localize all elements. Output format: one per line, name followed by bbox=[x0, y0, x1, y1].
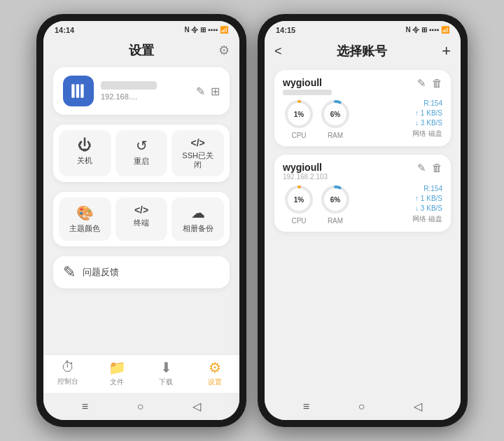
account-2-ram-label: RAM bbox=[328, 217, 343, 225]
account-2-actions: ✎ 🗑 bbox=[417, 162, 442, 174]
download-icon: ⬇ bbox=[160, 359, 172, 376]
account-1-ram-circle: 6% bbox=[319, 98, 351, 130]
restart-button[interactable]: ↺ 重启 bbox=[115, 130, 168, 176]
back-button[interactable]: ◁ bbox=[184, 397, 209, 416]
nav-console[interactable]: ⏱ 控制台 bbox=[43, 359, 92, 387]
nav-download[interactable]: ⬇ 下载 bbox=[141, 359, 190, 387]
account-1-info: wygioull bbox=[283, 77, 332, 95]
account-1-cpu-percent: 1% bbox=[294, 111, 304, 118]
right-back-button[interactable]: ◁ bbox=[405, 397, 430, 416]
account-1-edit-icon[interactable]: ✎ bbox=[417, 77, 426, 90]
right-content: < 选择账号 + wygioull ✎ 🗑 bbox=[265, 36, 461, 393]
right-nav-bar: ≡ ○ ◁ bbox=[265, 393, 461, 420]
profile-edit-icon[interactable]: ✎ bbox=[196, 85, 205, 98]
backup-icon: ☁ bbox=[191, 204, 205, 221]
account-card-2[interactable]: wygioull 192.168.2.103 ✎ 🗑 bbox=[274, 155, 451, 232]
grid-section-2: 🎨 主题颜色 </> 终端 ☁ 相册备份 bbox=[53, 192, 230, 246]
power-icon: ⏻ bbox=[78, 137, 92, 153]
account-2-cpu-group: 1% CPU bbox=[283, 183, 315, 225]
profile-ip: 192.168.... bbox=[101, 92, 189, 101]
account-2-cpu-circle: 1% bbox=[283, 183, 315, 216]
account-2-network: R:154 ↑ 1 KB/S ↓ 3 KB/S 网络 磁盘 bbox=[412, 184, 442, 224]
files-label: 文件 bbox=[110, 377, 124, 387]
account-1-cpu-circle: 1% bbox=[283, 98, 315, 130]
account-1-stats: 1% CPU 6% RAM bbox=[283, 98, 442, 139]
add-account-button[interactable]: + bbox=[442, 42, 451, 60]
svg-rect-2 bbox=[80, 84, 83, 98]
bottom-nav: ⏱ 控制台 📁 文件 ⬇ 下载 ⚙ 设置 bbox=[43, 354, 239, 393]
power-label: 关机 bbox=[77, 156, 92, 165]
power-button[interactable]: ⏻ 关机 bbox=[59, 130, 111, 176]
profile-actions: ✎ ⊞ bbox=[196, 85, 220, 98]
account-2-name: wygioull bbox=[283, 162, 328, 173]
svg-rect-0 bbox=[71, 84, 74, 98]
left-signal-icon: N 令 ⊞ ▪▪▪▪ 📶 bbox=[184, 25, 228, 35]
account-2-network-up: ↑ 1 KB/S bbox=[412, 194, 442, 204]
account-1-delete-icon[interactable]: 🗑 bbox=[432, 77, 442, 90]
console-icon: ⏱ bbox=[61, 359, 75, 375]
right-menu-button[interactable]: ≡ bbox=[295, 398, 318, 416]
left-content: 设置 ⚙ 192.168.... bbox=[43, 36, 239, 354]
account-1-cpu-label: CPU bbox=[291, 132, 306, 139]
left-screen: 14:14 N 令 ⊞ ▪▪▪▪ 📶 设置 ⚙ bbox=[43, 21, 239, 420]
account-1-cpu-group: 1% CPU bbox=[283, 98, 315, 139]
account-2-edit-icon[interactable]: ✎ bbox=[417, 162, 426, 174]
gear-icon[interactable]: ⚙ bbox=[218, 43, 230, 58]
left-nav-bar: ≡ ○ ◁ bbox=[43, 393, 239, 420]
profile-card[interactable]: 192.168.... ✎ ⊞ bbox=[53, 67, 230, 115]
menu-button[interactable]: ≡ bbox=[74, 398, 97, 416]
theme-label: 主题颜色 bbox=[69, 224, 100, 233]
account-2-header: wygioull 192.168.2.103 ✎ 🗑 bbox=[283, 162, 442, 181]
terminal-button[interactable]: </> 终端 bbox=[115, 197, 168, 240]
account-2-cpu-percent: 1% bbox=[294, 196, 304, 204]
nav-settings[interactable]: ⚙ 设置 bbox=[190, 359, 239, 387]
account-2-ram-group: 6% RAM bbox=[319, 183, 351, 225]
account-1-name: wygioull bbox=[283, 77, 332, 88]
right-signal-icon: N 令 ⊞ ▪▪▪▪ 📶 bbox=[405, 25, 449, 35]
grid-row-2: 🎨 主题颜色 </> 终端 ☁ 相册备份 bbox=[59, 197, 224, 240]
account-1-ram-group: 6% RAM bbox=[319, 98, 351, 139]
account-2-network-down: ↓ 3 KB/S bbox=[412, 204, 442, 214]
svg-rect-1 bbox=[76, 84, 79, 98]
profile-qr-icon[interactable]: ⊞ bbox=[211, 85, 220, 98]
feedback-card[interactable]: ✎ 问题反馈 bbox=[53, 256, 230, 288]
left-phone: 14:14 N 令 ⊞ ▪▪▪▪ 📶 设置 ⚙ bbox=[36, 14, 246, 427]
home-button[interactable]: ○ bbox=[129, 398, 153, 416]
left-status-bar: 14:14 N 令 ⊞ ▪▪▪▪ 📶 bbox=[43, 21, 239, 36]
account-2-network-label: 网络 磁盘 bbox=[412, 214, 442, 224]
account-2-info: wygioull 192.168.2.103 bbox=[283, 162, 328, 181]
restart-icon: ↺ bbox=[136, 137, 148, 154]
account-1-ram-percent: 6% bbox=[330, 111, 340, 118]
terminal-label: 终端 bbox=[134, 218, 149, 227]
back-icon[interactable]: < bbox=[274, 44, 282, 59]
nav-files[interactable]: 📁 文件 bbox=[92, 359, 141, 387]
account-card-1[interactable]: wygioull ✎ 🗑 bbox=[274, 70, 451, 146]
left-status-icons: N 令 ⊞ ▪▪▪▪ 📶 bbox=[184, 25, 228, 35]
ssh-button[interactable]: </> SSH已关闭 bbox=[172, 130, 224, 176]
account-2-network-r: R:154 bbox=[412, 184, 442, 194]
right-home-button[interactable]: ○ bbox=[350, 398, 374, 416]
theme-icon: 🎨 bbox=[76, 204, 94, 221]
account-1-network-up: ↑ 1 KB/S bbox=[412, 108, 442, 118]
settings-title: 设置 bbox=[129, 42, 154, 59]
profile-icon bbox=[63, 76, 94, 106]
files-icon: 📁 bbox=[108, 359, 126, 376]
right-status-icons: N 令 ⊞ ▪▪▪▪ 📶 bbox=[405, 25, 449, 35]
theme-button[interactable]: 🎨 主题颜色 bbox=[59, 197, 111, 240]
account-2-ip: 192.168.2.103 bbox=[283, 173, 328, 181]
account-2-ram-percent: 6% bbox=[330, 196, 340, 204]
backup-button[interactable]: ☁ 相册备份 bbox=[172, 197, 224, 240]
account-1-network-r: R:154 bbox=[412, 99, 442, 108]
account-1-url-bar bbox=[283, 90, 332, 95]
account-1-actions: ✎ 🗑 bbox=[417, 77, 442, 90]
account-1-network: R:154 ↑ 1 KB/S ↓ 3 KB/S 网络 磁盘 bbox=[412, 99, 442, 139]
grid-section-1: ⏻ 关机 ↺ 重启 </> SSH已关闭 bbox=[53, 125, 230, 182]
account-2-delete-icon[interactable]: 🗑 bbox=[432, 162, 442, 174]
feedback-icon: ✎ bbox=[63, 263, 76, 281]
download-label: 下载 bbox=[159, 377, 173, 387]
grid-row-1: ⏻ 关机 ↺ 重启 </> SSH已关闭 bbox=[59, 130, 224, 176]
profile-info: 192.168.... bbox=[101, 81, 189, 101]
profile-name-blur bbox=[101, 81, 157, 90]
right-screen: 14:15 N 令 ⊞ ▪▪▪▪ 📶 < 选择账号 + wygioul bbox=[265, 21, 461, 420]
account-title: 选择账号 bbox=[337, 43, 387, 59]
